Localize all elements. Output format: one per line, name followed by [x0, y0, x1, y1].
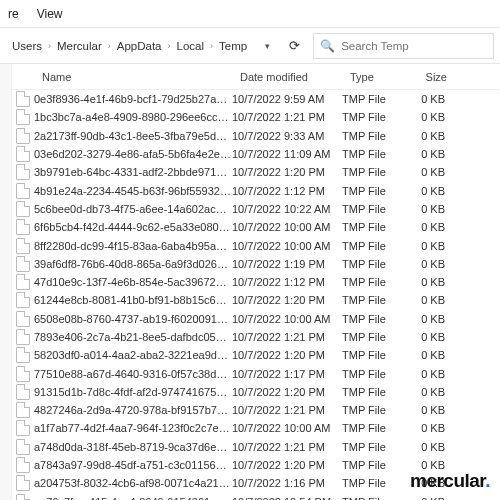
file-icon	[12, 329, 34, 345]
table-row[interactable]: 1bc3bc7a-a4e8-4909-8980-296ee6ccd207...1…	[12, 108, 500, 126]
file-icon	[12, 494, 34, 500]
file-icon	[12, 402, 34, 418]
file-icon	[12, 128, 34, 144]
table-row[interactable]: 5c6bee0d-db73-4f75-a6ee-14a602acbd6b...1…	[12, 200, 500, 218]
file-size: 0 KB	[407, 93, 455, 105]
table-row[interactable]: 6f6b5cb4-f42d-4444-9c62-e5a33e080232...1…	[12, 218, 500, 236]
header-name[interactable]: Name	[34, 71, 232, 83]
file-name: 5c6bee0d-db73-4f75-a6ee-14a602acbd6b...	[34, 203, 232, 215]
file-icon	[12, 439, 34, 455]
file-name: 39af6df8-76b6-40d8-865a-6a9f3d02666c.t..…	[34, 258, 232, 270]
file-type: TMP File	[342, 130, 407, 142]
file-icon	[12, 292, 34, 308]
breadcrumb[interactable]: Users›Mercular›AppData›Local›Temp	[6, 33, 253, 59]
file-icon	[12, 183, 34, 199]
file-date: 10/7/2022 10:22 AM	[232, 203, 342, 215]
file-date: 10/7/2022 12:54 PM	[232, 496, 342, 500]
file-icon	[12, 311, 34, 327]
table-row[interactable]: 03e6d202-3279-4e86-afa5-5b6fa4e2e6e6.t..…	[12, 145, 500, 163]
table-row[interactable]: 4827246a-2d9a-4720-978a-bf9157b71b8c...1…	[12, 401, 500, 419]
file-type: TMP File	[342, 166, 407, 178]
table-row[interactable]: a1f7ab77-4d2f-4aa7-964f-123f0c2c7ea5.t..…	[12, 419, 500, 437]
file-size: 0 KB	[407, 349, 455, 361]
file-type: TMP File	[342, 386, 407, 398]
file-type: TMP File	[342, 313, 407, 325]
file-date: 10/7/2022 1:16 PM	[232, 477, 342, 489]
file-name: a1f7ab77-4d2f-4aa7-964f-123f0c2c7ea5.t..…	[34, 422, 232, 434]
chevron-right-icon: ›	[108, 41, 111, 51]
table-row[interactable]: 77510e88-a67d-4640-9316-0f57c38d9872...1…	[12, 364, 500, 382]
table-row[interactable]: 6508e08b-8760-4737-ab19-f6020091b4cb...1…	[12, 310, 500, 328]
file-name: a7843a97-99d8-45df-a751-c3c01156a697...	[34, 459, 232, 471]
breadcrumb-segment[interactable]: Temp	[219, 40, 247, 52]
file-icon	[12, 384, 34, 400]
breadcrumb-segment[interactable]: Local	[177, 40, 205, 52]
table-row[interactable]: 39af6df8-76b6-40d8-865a-6a9f3d02666c.t..…	[12, 255, 500, 273]
file-date: 10/7/2022 1:21 PM	[232, 331, 342, 343]
breadcrumb-segment[interactable]: Mercular	[57, 40, 102, 52]
breadcrumb-segment[interactable]: AppData	[117, 40, 162, 52]
file-size: 0 KB	[407, 203, 455, 215]
table-row[interactable]: 2a2173ff-90db-43c1-8ee5-3fba79e5d9e1.t..…	[12, 127, 500, 145]
menu-bar: re View	[0, 0, 500, 28]
file-date: 10/7/2022 1:19 PM	[232, 258, 342, 270]
file-type: TMP File	[342, 185, 407, 197]
table-row[interactable]: a748d0da-318f-45eb-8719-9ca37d6e58ff.t..…	[12, 438, 500, 456]
file-type: TMP File	[342, 276, 407, 288]
file-name: 03e6d202-3279-4e86-afa5-5b6fa4e2e6e6.t..…	[34, 148, 232, 160]
file-icon	[12, 238, 34, 254]
file-date: 10/7/2022 1:20 PM	[232, 349, 342, 361]
search-input[interactable]: 🔍 Search Temp	[313, 33, 494, 59]
address-bar: Users›Mercular›AppData›Local›Temp ▾ ⟳ 🔍 …	[0, 28, 500, 64]
header-date[interactable]: Date modified	[232, 71, 342, 83]
chevron-down-icon[interactable]: ▾	[259, 33, 275, 59]
file-type: TMP File	[342, 148, 407, 160]
file-icon	[12, 475, 34, 491]
file-type: TMP File	[342, 422, 407, 434]
file-type: TMP File	[342, 331, 407, 343]
table-row[interactable]: 0e3f8936-4e1f-46b9-bcf1-79d25b27aea5.t..…	[12, 90, 500, 108]
file-date: 10/7/2022 1:12 PM	[232, 185, 342, 197]
file-name: 7893e406-2c7a-4b21-8ee5-dafbdc0519d2...	[34, 331, 232, 343]
breadcrumb-segment[interactable]: Users	[12, 40, 42, 52]
file-icon	[12, 201, 34, 217]
table-row[interactable]: 47d10e9c-13f7-4e6b-854e-5ac396721e3c...1…	[12, 273, 500, 291]
file-size: 0 KB	[407, 276, 455, 288]
table-row[interactable]: 4b91e24a-2234-4545-b63f-96bf55932bf9.t..…	[12, 181, 500, 199]
file-date: 10/7/2022 1:20 PM	[232, 166, 342, 178]
refresh-icon[interactable]: ⟳	[281, 33, 307, 59]
file-name: 2a2173ff-90db-43c1-8ee5-3fba79e5d9e1.t..…	[34, 130, 232, 142]
file-date: 10/7/2022 11:09 AM	[232, 148, 342, 160]
file-date: 10/7/2022 10:00 AM	[232, 221, 342, 233]
menu-view[interactable]: View	[37, 7, 63, 21]
file-icon	[12, 347, 34, 363]
header-type[interactable]: Type	[342, 71, 407, 83]
file-date: 10/7/2022 1:21 PM	[232, 441, 342, 453]
file-type: TMP File	[342, 477, 407, 489]
menu-share[interactable]: re	[8, 7, 19, 21]
file-icon	[12, 256, 34, 272]
file-name: 47d10e9c-13f7-4e6b-854e-5ac396721e3c...	[34, 276, 232, 288]
file-type: TMP File	[342, 240, 407, 252]
file-date: 10/7/2022 1:17 PM	[232, 368, 342, 380]
file-name: 3b9791eb-64bc-4331-adf2-2bbde971122f...	[34, 166, 232, 178]
file-name: aa76c7fe-e415-4ea4-8649-9154361a6ede...	[34, 496, 232, 500]
file-type: TMP File	[342, 496, 407, 500]
file-name: 6f6b5cb4-f42d-4444-9c62-e5a33e080232...	[34, 221, 232, 233]
file-icon	[12, 457, 34, 473]
table-row[interactable]: 58203df0-a014-4aa2-aba2-3221ea9db068...1…	[12, 346, 500, 364]
file-name: 61244e8cb-8081-41b0-bf91-b8b15c68b8eb...	[34, 294, 232, 306]
table-row[interactable]: 8ff2280d-dc99-4f15-83aa-6aba4b95ad5a...1…	[12, 236, 500, 254]
file-size: 0 KB	[407, 148, 455, 160]
search-placeholder: Search Temp	[341, 40, 409, 52]
table-row[interactable]: 91315d1b-7d8c-4fdf-af2d-974741675ee0...1…	[12, 383, 500, 401]
header-size[interactable]: Size	[407, 71, 455, 83]
file-type: TMP File	[342, 203, 407, 215]
table-row[interactable]: 61244e8cb-8081-41b0-bf91-b8b15c68b8eb...…	[12, 291, 500, 309]
file-name: a204753f-8032-4cb6-af98-0071c4a21984.t..…	[34, 477, 232, 489]
table-row[interactable]: aa76c7fe-e415-4ea4-8649-9154361a6ede...1…	[12, 493, 500, 500]
file-name: 77510e88-a67d-4640-9316-0f57c38d9872...	[34, 368, 232, 380]
table-row[interactable]: 3b9791eb-64bc-4331-adf2-2bbde971122f...1…	[12, 163, 500, 181]
table-row[interactable]: 7893e406-2c7a-4b21-8ee5-dafbdc0519d2...1…	[12, 328, 500, 346]
file-name: a748d0da-318f-45eb-8719-9ca37d6e58ff.t..…	[34, 441, 232, 453]
